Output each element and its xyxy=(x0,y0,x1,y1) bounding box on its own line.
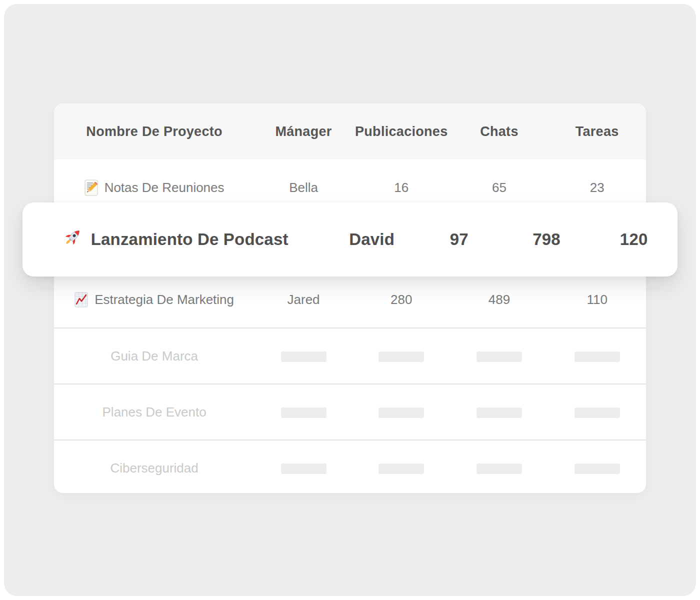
placeholder-bar xyxy=(281,408,326,418)
project-name: Planes De Evento xyxy=(102,404,206,420)
table-row-skeleton[interactable]: Guia De Marca xyxy=(54,328,646,384)
placeholder-bar xyxy=(476,352,522,362)
chats-cell xyxy=(450,460,548,476)
project-name-cell: Estrategia De Marketing xyxy=(54,292,254,308)
chats-cell xyxy=(450,348,548,364)
chats-cell xyxy=(450,404,548,420)
placeholder-bar xyxy=(574,408,620,418)
placeholder-bar xyxy=(378,352,424,362)
placeholder-bar xyxy=(476,408,522,418)
memo-icon xyxy=(84,180,98,196)
manager-cell xyxy=(254,404,352,420)
placeholder-bar xyxy=(574,464,620,474)
chats-cell: 65 xyxy=(450,180,548,196)
tasks-cell xyxy=(548,348,646,364)
project-name: Notas De Reuniones xyxy=(104,180,224,196)
table-row-skeleton[interactable]: Ciberseguridad xyxy=(54,440,646,493)
project-name-cell: Planes De Evento xyxy=(54,404,254,420)
placeholder-bar xyxy=(378,408,424,418)
publications-cell: 16 xyxy=(352,180,450,196)
tasks-cell: 23 xyxy=(548,180,646,196)
project-name-cell: Lanzamiento De Podcast xyxy=(22,227,328,252)
project-name: Estrategia De Marketing xyxy=(94,292,234,308)
manager-cell xyxy=(254,348,352,364)
tasks-cell: 120 xyxy=(590,230,678,249)
chats-cell: 489 xyxy=(450,292,548,308)
manager-cell: David xyxy=(328,230,416,249)
highlighted-row-card[interactable]: Lanzamiento De Podcast David 97 798 120 xyxy=(22,202,678,276)
table-row[interactable]: Estrategia De Marketing Jared 280 489 11… xyxy=(54,272,646,328)
placeholder-bar xyxy=(476,464,522,474)
column-header-tareas: Tareas xyxy=(548,124,646,140)
rocket-icon xyxy=(62,227,84,252)
publications-cell: 280 xyxy=(352,292,450,308)
tasks-cell xyxy=(548,404,646,420)
publications-cell: 97 xyxy=(416,230,503,249)
placeholder-bar xyxy=(281,352,326,362)
project-name-cell: Ciberseguridad xyxy=(54,460,254,476)
manager-cell: Bella xyxy=(254,180,352,196)
tasks-cell xyxy=(548,460,646,476)
manager-cell: Jared xyxy=(254,292,352,308)
project-name: Guia De Marca xyxy=(110,348,198,364)
column-header-nombre-de-proyecto: Nombre De Proyecto xyxy=(54,124,254,140)
publications-cell xyxy=(352,460,450,476)
publications-cell xyxy=(352,404,450,420)
placeholder-bar xyxy=(281,464,326,474)
manager-cell xyxy=(254,460,352,476)
chats-cell: 798 xyxy=(503,230,590,249)
tasks-cell: 110 xyxy=(548,292,646,308)
column-header-manager: Mánager xyxy=(254,124,352,140)
column-header-publicaciones: Publicaciones xyxy=(352,124,450,140)
projects-table: Nombre De Proyecto Mánager Publicaciones… xyxy=(54,104,646,493)
chart-line-icon xyxy=(74,292,88,308)
table-row-skeleton[interactable]: Planes De Evento xyxy=(54,384,646,440)
project-name-cell: Guia De Marca xyxy=(54,348,254,364)
page: Nombre De Proyecto Mánager Publicaciones… xyxy=(0,0,700,600)
publications-cell xyxy=(352,348,450,364)
project-name: Lanzamiento De Podcast xyxy=(91,230,288,249)
column-header-chats: Chats xyxy=(450,124,548,140)
placeholder-bar xyxy=(574,352,620,362)
project-name: Ciberseguridad xyxy=(110,460,198,476)
placeholder-bar xyxy=(378,464,424,474)
table-header: Nombre De Proyecto Mánager Publicaciones… xyxy=(54,104,646,160)
project-name-cell: Notas De Reuniones xyxy=(54,180,254,196)
